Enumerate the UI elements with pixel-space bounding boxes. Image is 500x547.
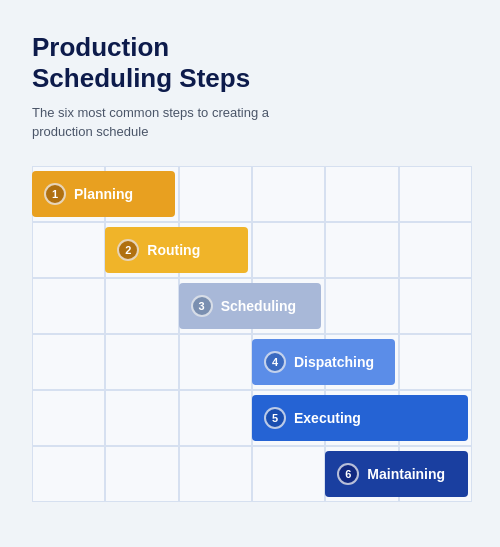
grid-cell: [32, 446, 105, 502]
grid-cell: [252, 166, 325, 222]
bar-badge-dispatching: 4: [264, 351, 286, 373]
grid-cell: [105, 390, 178, 446]
grid-cell: [32, 334, 105, 390]
bar-planning: 1Planning: [32, 171, 175, 217]
bar-dispatching: 4Dispatching: [252, 339, 395, 385]
bar-label-executing: Executing: [294, 410, 361, 426]
page-subtitle: The six most common steps to creating a …: [32, 104, 272, 142]
grid-cell: [399, 222, 472, 278]
bar-badge-scheduling: 3: [191, 295, 213, 317]
grid-cell: [325, 222, 398, 278]
bar-label-maintaining: Maintaining: [367, 466, 445, 482]
bar-label-scheduling: Scheduling: [221, 298, 296, 314]
grid-cell: [105, 446, 178, 502]
grid-cell: [325, 278, 398, 334]
chart-area: 1Planning2Routing3Scheduling4Dispatching…: [32, 166, 472, 502]
grid-cell: [32, 222, 105, 278]
grid-cell: [325, 166, 398, 222]
grid-cell: [105, 278, 178, 334]
grid-cell: [179, 334, 252, 390]
bar-badge-routing: 2: [117, 239, 139, 261]
grid-cell: [399, 166, 472, 222]
grid-cell: [399, 278, 472, 334]
page-title: Production Scheduling Steps: [32, 32, 468, 94]
bar-label-planning: Planning: [74, 186, 133, 202]
bar-badge-planning: 1: [44, 183, 66, 205]
bar-routing: 2Routing: [105, 227, 248, 273]
grid-cell: [179, 446, 252, 502]
grid-cell: [32, 390, 105, 446]
grid-cell: [32, 278, 105, 334]
grid-cell: [179, 166, 252, 222]
grid-cell: [105, 334, 178, 390]
grid-cell: [252, 446, 325, 502]
bar-badge-executing: 5: [264, 407, 286, 429]
grid-cell: [179, 390, 252, 446]
bar-label-routing: Routing: [147, 242, 200, 258]
bar-executing: 5Executing: [252, 395, 468, 441]
bar-badge-maintaining: 6: [337, 463, 359, 485]
bar-maintaining: 6Maintaining: [325, 451, 468, 497]
bar-scheduling: 3Scheduling: [179, 283, 322, 329]
bar-label-dispatching: Dispatching: [294, 354, 374, 370]
grid-cell: [399, 334, 472, 390]
grid-cell: [252, 222, 325, 278]
page-container: Production Scheduling Steps The six most…: [0, 0, 500, 547]
